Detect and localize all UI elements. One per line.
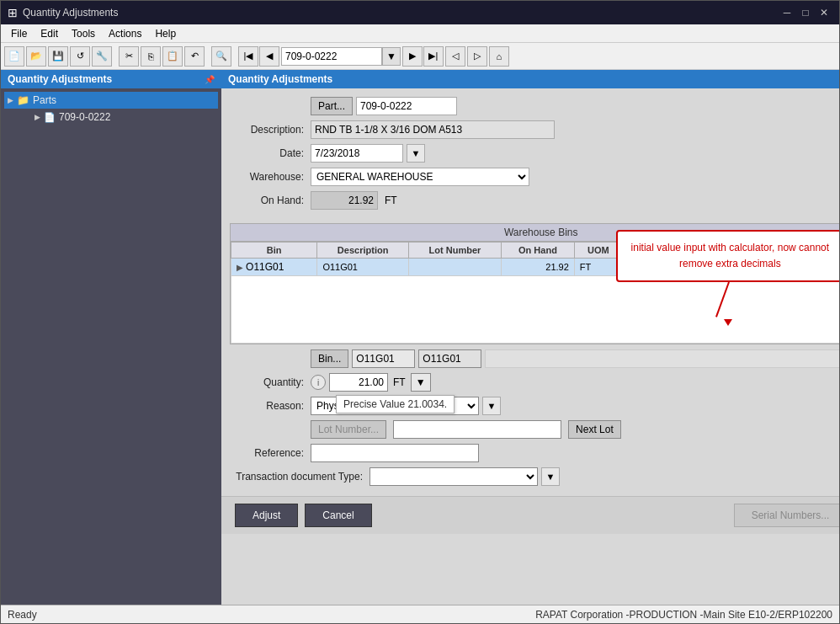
date-row: Date: ▼ xyxy=(235,144,839,163)
description-label: Description: xyxy=(235,124,311,136)
home-button[interactable]: ⌂ xyxy=(489,46,509,67)
part-dropdown-button[interactable]: ▼ xyxy=(382,47,401,66)
adjust-button[interactable]: Adjust xyxy=(235,504,298,527)
window-controls: ─ □ ✕ xyxy=(779,4,832,21)
menu-actions[interactable]: Actions xyxy=(102,26,148,41)
undo-button[interactable]: ↶ xyxy=(184,46,205,67)
bin-field-1[interactable] xyxy=(352,349,415,368)
cancel-button[interactable]: Cancel xyxy=(305,504,371,527)
forward-nav-button[interactable]: ▷ xyxy=(467,46,487,67)
action-bar: Adjust Cancel Serial Numbers... xyxy=(221,496,839,534)
sidebar-item-part-number[interactable]: ▶ 📄 709-0-0222 xyxy=(4,109,218,125)
last-button[interactable]: ▶| xyxy=(423,46,444,67)
menu-help[interactable]: Help xyxy=(148,26,183,41)
right-panel-header: Quantity Adjustments 📌 xyxy=(221,70,839,88)
next-lot-button[interactable]: Next Lot xyxy=(568,420,621,439)
part-number-field[interactable] xyxy=(281,47,382,66)
warehouse-select[interactable]: GENERAL WAREHOUSE xyxy=(311,168,529,186)
nav-arrows: |◀ ◀ xyxy=(238,46,279,67)
bin-field-2 xyxy=(418,349,481,368)
part-value-field[interactable] xyxy=(356,97,457,115)
warehouse-row: Warehouse: GENERAL WAREHOUSE xyxy=(235,168,839,186)
menu-edit[interactable]: Edit xyxy=(34,26,65,41)
trans-doc-select[interactable] xyxy=(369,467,538,486)
bin-field-3 xyxy=(485,349,839,368)
next-button[interactable]: ▶ xyxy=(402,46,423,67)
reason-row: Reason: Physical Count/Adjustment ▼ xyxy=(235,397,839,415)
trans-doc-dropdown-button[interactable]: ▼ xyxy=(541,467,560,486)
col-bin: Bin xyxy=(231,243,317,259)
status-left: Ready xyxy=(8,609,535,621)
main-area: Quantity Adjustments 📌 ▶ 📁 Parts ▶ 📄 709… xyxy=(1,70,839,605)
callout-arrow xyxy=(726,282,732,326)
app-icon: ⊞ xyxy=(8,6,18,19)
sidebar-part-number-label: 709-0-0222 xyxy=(59,111,110,123)
date-dropdown-button[interactable]: ▼ xyxy=(407,144,425,163)
col-on-hand: On Hand xyxy=(502,243,575,259)
cut-button[interactable]: ✂ xyxy=(119,46,139,67)
sidebar-parts-label: Parts xyxy=(33,94,56,106)
reference-field[interactable] xyxy=(311,444,479,462)
cell-uom: FT xyxy=(574,259,622,276)
col-description: Description xyxy=(317,243,408,259)
new-button[interactable]: 📄 xyxy=(4,46,24,67)
reference-row: Reference: xyxy=(235,444,839,462)
open-button[interactable]: 📂 xyxy=(26,46,46,67)
first-button[interactable]: |◀ xyxy=(238,46,258,67)
sidebar-item-parts[interactable]: ▶ 📁 Parts xyxy=(4,92,218,109)
quantity-tooltip: Precise Value 21.0034. xyxy=(336,395,455,413)
onhand-label: On Hand: xyxy=(235,195,311,206)
reason-label: Reason: xyxy=(235,400,311,412)
minimize-button[interactable]: ─ xyxy=(779,4,795,21)
reason-dropdown-button[interactable]: ▼ xyxy=(482,397,501,415)
onhand-row: On Hand: 21.92 FT xyxy=(235,191,839,210)
cell-description: O11G01 xyxy=(317,259,408,276)
lot-number-button[interactable]: Lot Number... xyxy=(311,420,386,439)
sidebar-header: Quantity Adjustments 📌 xyxy=(1,70,221,88)
refresh-button[interactable]: ↺ xyxy=(70,46,90,67)
quantity-field[interactable] xyxy=(329,373,388,392)
bin-row: Bin... xyxy=(235,349,839,368)
lot-number-field[interactable] xyxy=(393,420,561,439)
sidebar-tree: ▶ 📁 Parts ▶ 📄 709-0-0222 xyxy=(1,88,221,129)
menu-file[interactable]: File xyxy=(4,26,34,41)
row-arrow-icon: ▶ xyxy=(237,263,243,272)
paste-button[interactable]: 📋 xyxy=(162,46,183,67)
action-spacer xyxy=(379,504,727,527)
part-row: Part... xyxy=(235,97,839,115)
copy-button[interactable]: ⎘ xyxy=(141,46,161,67)
tree-arrow-icon: ▶ xyxy=(8,96,13,104)
cell-bin: ▶ O11G01 xyxy=(231,259,317,276)
bins-area: Warehouse Bins Bin Description Lot Numbe… xyxy=(230,223,839,344)
sidebar-pin-icon[interactable]: 📌 xyxy=(205,75,215,84)
description-row: Description: xyxy=(235,120,839,139)
col-uom: UOM xyxy=(574,243,622,259)
close-button[interactable]: ✕ xyxy=(816,4,832,21)
tools-button[interactable]: 🔧 xyxy=(92,46,112,67)
serial-numbers-button[interactable]: Serial Numbers... xyxy=(734,504,839,527)
search-button[interactable]: 🔍 xyxy=(211,46,231,67)
back-nav-button[interactable]: ◁ xyxy=(445,46,465,67)
quantity-dropdown-button[interactable]: ▼ xyxy=(411,373,431,392)
bin-button[interactable]: Bin... xyxy=(311,349,348,368)
trans-doc-control: ▼ xyxy=(369,467,560,486)
callout-box: initial value input with calculator, now… xyxy=(616,230,839,282)
prev-button[interactable]: ◀ xyxy=(259,46,279,67)
save-button[interactable]: 💾 xyxy=(48,46,68,67)
form-area: Part... Description: Date: ▼ Wareh xyxy=(221,88,839,223)
quantity-row: Quantity: i FT ▼ Precise Value 21.0034. xyxy=(235,373,839,392)
date-control: ▼ xyxy=(311,144,425,163)
menu-tools[interactable]: Tools xyxy=(65,26,102,41)
sidebar-title: Quantity Adjustments xyxy=(8,73,112,85)
onhand-value: 21.92 xyxy=(311,191,378,210)
part-number-input-group: ▼ xyxy=(281,47,401,66)
quantity-info-button[interactable]: i xyxy=(311,375,326,390)
date-field[interactable] xyxy=(311,144,403,163)
col-lot-number: Lot Number xyxy=(408,243,501,259)
part-button[interactable]: Part... xyxy=(311,97,353,115)
maximize-button[interactable]: □ xyxy=(797,4,814,21)
onhand-control: 21.92 FT xyxy=(311,191,397,210)
empty-row xyxy=(231,276,840,344)
onhand-unit: FT xyxy=(385,195,397,206)
toolbar: 📄 📂 💾 ↺ 🔧 ✂ ⎘ 📋 ↶ 🔍 |◀ ◀ ▼ ▶ ▶| ◁ ▷ ⌂ xyxy=(1,43,839,70)
